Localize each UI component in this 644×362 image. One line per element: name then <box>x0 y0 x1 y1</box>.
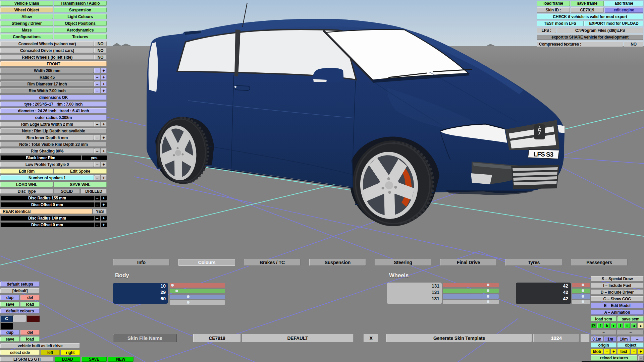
svg-text:LFS S3: LFS S3 <box>534 150 553 158</box>
